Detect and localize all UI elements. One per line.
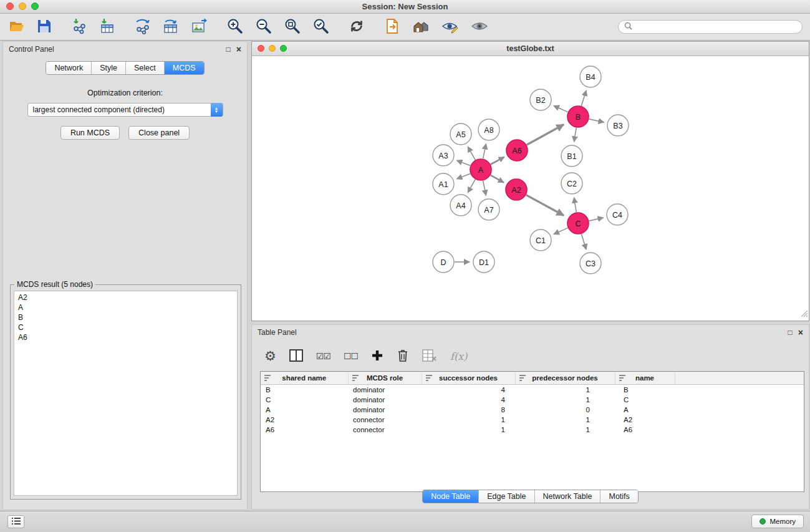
close-window-button[interactable] — [6, 2, 14, 10]
close-panel-button[interactable]: Close panel — [128, 126, 190, 140]
criterion-dropdown[interactable]: largest connected component (directed) ▲… — [27, 103, 223, 117]
close-panel-icon[interactable]: × — [236, 46, 241, 53]
select-all-button[interactable]: ☑☑ — [316, 351, 330, 361]
visual-styles-button[interactable] — [440, 17, 460, 37]
node-A1[interactable]: A1 — [433, 173, 454, 195]
node-A3[interactable]: A3 — [433, 145, 454, 166]
node-A8[interactable]: A8 — [478, 119, 499, 140]
open-session-button[interactable] — [7, 17, 26, 37]
node-C4[interactable]: C4 — [607, 204, 628, 225]
result-item[interactable]: B — [14, 312, 237, 322]
search-input[interactable] — [635, 22, 796, 32]
table-row[interactable]: Cdominator41C — [261, 395, 804, 405]
edge-A-A4[interactable] — [468, 180, 475, 193]
export-image-button[interactable] — [190, 17, 208, 37]
edge-A-A7[interactable] — [483, 181, 486, 196]
node-B1[interactable]: B1 — [561, 145, 582, 167]
mcds-result-list[interactable]: A2ABCA6 — [14, 291, 238, 496]
column-header-name[interactable]: name — [615, 372, 675, 385]
table-row[interactable]: A6connector11A6 — [261, 425, 804, 435]
node-A5[interactable]: A5 — [450, 123, 471, 145]
edge-B-B2[interactable] — [554, 105, 568, 112]
node-B4[interactable]: B4 — [580, 66, 601, 87]
edge-C-C1[interactable] — [554, 228, 568, 234]
zoom-selected-button[interactable] — [311, 16, 330, 37]
network-zoom-button[interactable] — [280, 45, 287, 52]
table-close-panel-icon[interactable]: × — [798, 329, 803, 336]
show-hide-button[interactable] — [470, 17, 489, 37]
column-header-shared-name[interactable]: shared name — [261, 372, 348, 385]
node-A[interactable]: A — [470, 159, 491, 180]
table-row[interactable]: Bdominator41B — [261, 385, 804, 395]
zoom-out-button[interactable] — [254, 16, 273, 37]
delete-column-button[interactable] — [397, 349, 409, 364]
node-C1[interactable]: C1 — [530, 230, 551, 251]
edge-B-B4[interactable] — [581, 90, 586, 106]
table-tab-motifs[interactable]: Motifs — [600, 490, 637, 503]
memory-button[interactable]: Memory — [751, 515, 804, 528]
export-table-button[interactable] — [162, 17, 180, 37]
resize-grip-icon[interactable] — [801, 309, 808, 320]
export-document-button[interactable] — [383, 17, 402, 37]
edge-A-A6[interactable] — [491, 157, 504, 165]
table-tab-node-table[interactable]: Node Table — [423, 490, 479, 503]
edge-C-C4[interactable] — [589, 218, 604, 221]
zoom-window-button[interactable] — [31, 2, 39, 10]
edge-A6-B[interactable] — [527, 125, 564, 145]
home-button[interactable] — [411, 17, 431, 37]
node-A2[interactable]: A2 — [506, 179, 527, 200]
column-header-successor-nodes[interactable]: successor nodes — [422, 372, 515, 385]
result-item[interactable]: A — [14, 302, 237, 312]
node-A7[interactable]: A7 — [478, 199, 499, 220]
edge-B-B3[interactable] — [589, 119, 604, 122]
node-B[interactable]: B — [567, 106, 589, 127]
tab-select[interactable]: Select — [126, 62, 165, 74]
add-column-button[interactable] — [371, 349, 383, 364]
run-mcds-button[interactable]: Run MCDS — [60, 126, 120, 140]
tab-network[interactable]: Network — [46, 62, 92, 74]
node-C3[interactable]: C3 — [580, 253, 601, 274]
edge-B-B1[interactable] — [574, 128, 577, 142]
zoom-fit-button[interactable] — [282, 16, 302, 37]
network-minimize-button[interactable] — [269, 45, 276, 52]
node-B3[interactable]: B3 — [607, 115, 629, 136]
node-C2[interactable]: C2 — [561, 173, 582, 194]
panel-menu-button[interactable] — [7, 515, 24, 528]
node-D[interactable]: D — [433, 251, 454, 273]
network-canvas[interactable]: B4B2BB3A8A5A6A3B1AC2A1A2A4A7C4CC1DD1C3 — [252, 56, 809, 321]
table-row[interactable]: Adominator80A — [261, 405, 804, 415]
edge-A-A5[interactable] — [468, 147, 475, 160]
result-item[interactable]: A6 — [14, 332, 237, 342]
edge-A-A3[interactable] — [456, 160, 470, 165]
table-tab-network-table[interactable]: Network Table — [535, 490, 601, 503]
node-A6[interactable]: A6 — [506, 140, 528, 161]
tab-style[interactable]: Style — [92, 62, 126, 74]
save-session-button[interactable] — [36, 17, 53, 37]
import-network-button[interactable] — [70, 17, 89, 37]
edge-C-C3[interactable] — [581, 234, 586, 249]
node-B2[interactable]: B2 — [530, 89, 551, 110]
export-network-button[interactable] — [133, 17, 152, 37]
column-header-predecessor-nodes[interactable]: predecessor nodes — [515, 372, 615, 385]
float-panel-icon[interactable]: □ — [226, 46, 231, 53]
node-D1[interactable]: D1 — [473, 251, 494, 273]
table-tab-edge-table[interactable]: Edge Table — [479, 490, 534, 503]
node-A4[interactable]: A4 — [450, 195, 471, 216]
result-item[interactable]: C — [14, 322, 237, 332]
zoom-in-button[interactable] — [225, 16, 244, 37]
edge-A2-C[interactable] — [526, 195, 564, 216]
import-table-button[interactable] — [98, 17, 117, 37]
edge-C-C2[interactable] — [574, 198, 577, 212]
column-header-mcds-role[interactable]: MCDS role — [348, 372, 422, 385]
table-settings-button[interactable]: ⚙ — [264, 349, 276, 363]
tab-mcds[interactable]: MCDS — [165, 62, 204, 74]
edge-A-A2[interactable] — [491, 175, 504, 183]
node-C[interactable]: C — [567, 213, 589, 234]
refresh-layout-button[interactable] — [347, 17, 366, 37]
minimize-window-button[interactable] — [19, 2, 26, 10]
table-row[interactable]: A2connector11A2 — [261, 415, 804, 425]
show-columns-button[interactable] — [289, 349, 303, 364]
table-float-panel-icon[interactable]: □ — [788, 329, 793, 336]
edge-A-A1[interactable] — [456, 173, 470, 178]
network-close-button[interactable] — [258, 45, 264, 52]
